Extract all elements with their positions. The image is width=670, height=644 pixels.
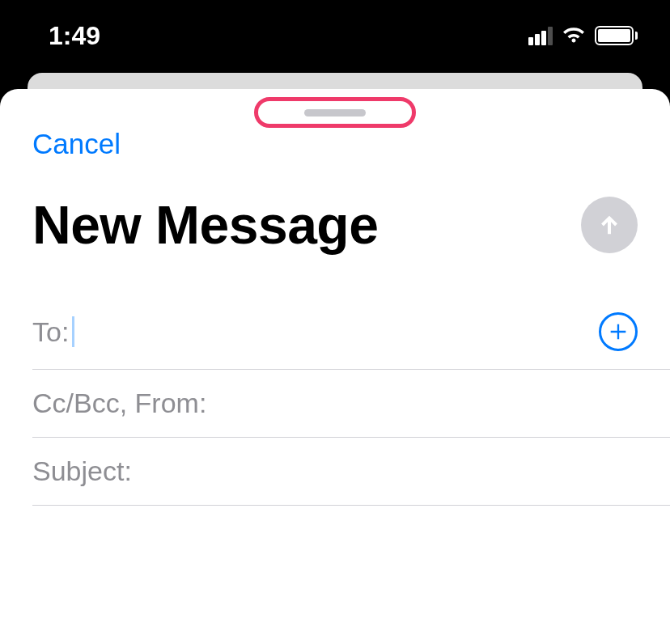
status-time: 1:49	[49, 21, 100, 51]
to-label: To:	[32, 316, 69, 348]
status-icons	[528, 26, 638, 45]
ccbcc-field-row[interactable]: Cc/Bcc, From:	[32, 370, 670, 438]
subject-field-row[interactable]: Subject:	[32, 438, 670, 506]
page-title: New Message	[32, 194, 378, 256]
subject-label: Subject:	[32, 455, 132, 487]
ccbcc-input[interactable]	[213, 388, 638, 419]
drag-handle-highlight	[254, 97, 416, 128]
plus-icon	[607, 320, 630, 343]
to-input[interactable]	[81, 316, 599, 348]
send-button[interactable]	[581, 197, 638, 253]
arrow-up-icon	[596, 211, 623, 239]
cellular-icon	[528, 27, 553, 45]
wifi-icon	[561, 26, 587, 45]
text-cursor	[72, 316, 74, 347]
drag-handle[interactable]	[304, 109, 366, 117]
to-field-row[interactable]: To:	[32, 294, 670, 370]
subject-input[interactable]	[138, 455, 638, 487]
add-contact-button[interactable]	[599, 312, 638, 351]
compose-sheet: Cancel New Message To: Cc/Bcc, From: Sub	[0, 89, 670, 644]
ccbcc-label: Cc/Bcc, From:	[32, 388, 206, 419]
battery-icon	[595, 26, 638, 45]
status-bar: 1:49	[0, 0, 670, 71]
cancel-button[interactable]: Cancel	[32, 128, 121, 160]
